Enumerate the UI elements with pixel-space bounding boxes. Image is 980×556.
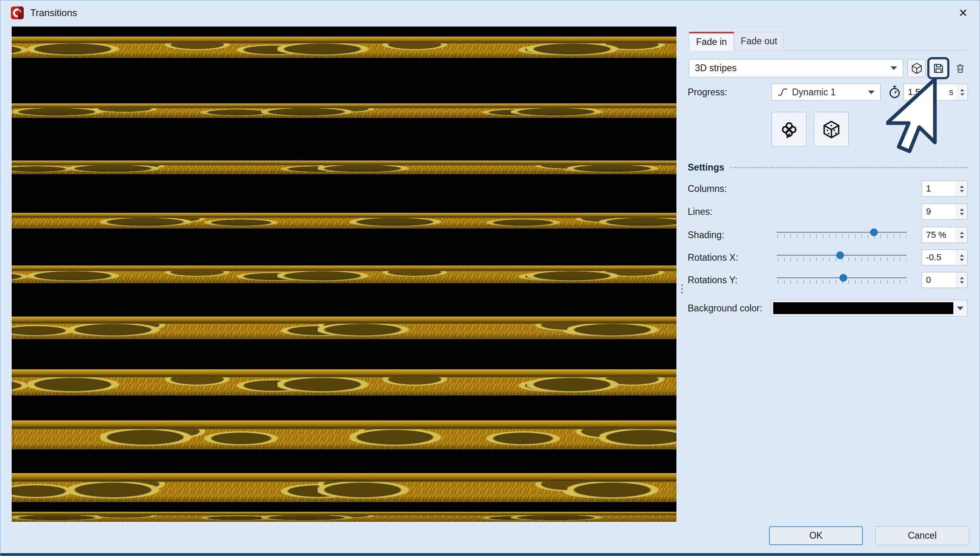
columns-spinner[interactable]	[956, 181, 967, 196]
save-icon	[932, 62, 945, 74]
close-button[interactable]: ✕	[953, 3, 973, 23]
transition-preview	[12, 27, 676, 522]
preview-stripe	[12, 420, 676, 449]
mouse-cursor-icon	[886, 78, 939, 154]
duration-spinner[interactable]	[957, 84, 968, 100]
preview-stripe	[12, 473, 676, 502]
rotations-x-label: Rotations X:	[688, 249, 738, 266]
tab-fade-in-label: Fade in	[696, 37, 727, 47]
preview-stripe	[12, 161, 676, 174]
preview-stripe	[12, 37, 676, 58]
easing-select[interactable]: Dynamic 1	[771, 84, 881, 101]
slider-ticks	[777, 235, 907, 238]
save-preset-button[interactable]	[929, 59, 947, 77]
ok-button[interactable]: OK	[769, 526, 863, 545]
rotations-y-slider[interactable]	[777, 273, 907, 284]
slider-track[interactable]	[777, 232, 907, 233]
ok-button-label: OK	[809, 530, 823, 541]
rotations-y-spinner[interactable]	[956, 272, 967, 288]
preview-stripe	[12, 369, 676, 395]
preview-stripe	[12, 266, 676, 283]
clover-icon	[779, 120, 799, 139]
rotations-y-label: Rotations Y:	[688, 272, 738, 288]
shading-label: Shading:	[688, 227, 724, 243]
rotations-y-slider-handle[interactable]	[839, 274, 847, 282]
shading-value: 75 %	[926, 230, 946, 240]
preview-stripe	[12, 317, 676, 339]
tab-fade-out-label: Fade out	[741, 36, 777, 47]
dotted-rule	[730, 167, 968, 168]
columns-input[interactable]: 1	[922, 181, 968, 197]
panel-splitter-handle[interactable]	[681, 284, 683, 297]
rotations-y-value: 0	[926, 275, 931, 285]
dice-button[interactable]	[814, 112, 849, 147]
window-title: Transitions	[30, 7, 77, 19]
preview-stripe	[12, 103, 676, 118]
preset-select[interactable]: 3D stripes	[689, 59, 903, 77]
cancel-button-label: Cancel	[908, 530, 937, 541]
rotations-x-value: -0.5	[926, 252, 941, 263]
clover-button[interactable]	[771, 112, 806, 147]
trash-icon	[954, 62, 966, 74]
preview-stripe	[12, 213, 676, 229]
rotations-y-input[interactable]: 0	[922, 272, 968, 288]
easing-curve-icon	[777, 87, 788, 97]
settings-section-header: Settings	[688, 162, 968, 173]
lines-label: Lines:	[688, 203, 712, 220]
color-swatch	[773, 302, 953, 314]
app-logo-icon	[11, 6, 24, 19]
columns-value: 1	[926, 183, 931, 194]
rotations-x-input[interactable]: -0.5	[922, 249, 968, 266]
delete-preset-button[interactable]	[951, 59, 969, 77]
title-bar: Transitions	[0, 0, 980, 25]
shading-slider[interactable]	[777, 228, 907, 238]
color-dropdown-arrow[interactable]	[953, 307, 967, 310]
dice-icon	[822, 120, 841, 139]
shading-input[interactable]: 75 %	[922, 227, 968, 243]
columns-label: Columns:	[688, 180, 727, 197]
transitions-dialog: Transitions ✕ Fade in Fade out 3D stripe…	[0, 0, 980, 556]
background-color-select[interactable]	[771, 300, 968, 317]
lines-spinner[interactable]	[956, 204, 967, 219]
rotations-x-slider[interactable]	[777, 251, 907, 261]
rotations-x-slider-handle[interactable]	[836, 251, 844, 259]
tab-fade-out[interactable]: Fade out	[734, 32, 784, 51]
shading-slider-handle[interactable]	[870, 229, 878, 236]
cancel-button[interactable]: Cancel	[875, 526, 969, 545]
chevron-down-icon	[868, 91, 875, 94]
shading-spinner[interactable]	[956, 227, 967, 243]
duration-unit: s	[949, 87, 953, 97]
lines-input[interactable]: 9	[922, 204, 968, 220]
chevron-down-icon	[957, 307, 963, 310]
rotations-x-spinner[interactable]	[956, 250, 967, 265]
preset-gallery-button[interactable]	[908, 59, 926, 77]
lines-value: 9	[926, 206, 931, 217]
easing-value: Dynamic 1	[792, 87, 836, 98]
settings-heading: Settings	[688, 162, 724, 173]
cube-icon	[911, 62, 923, 74]
chevron-down-icon	[891, 66, 897, 70]
background-color-label: Background color:	[688, 300, 762, 317]
preset-value: 3D stripes	[695, 63, 737, 74]
progress-label: Progress:	[688, 84, 727, 101]
tab-fade-in[interactable]: Fade in	[689, 32, 734, 51]
preview-stripe	[12, 512, 676, 522]
